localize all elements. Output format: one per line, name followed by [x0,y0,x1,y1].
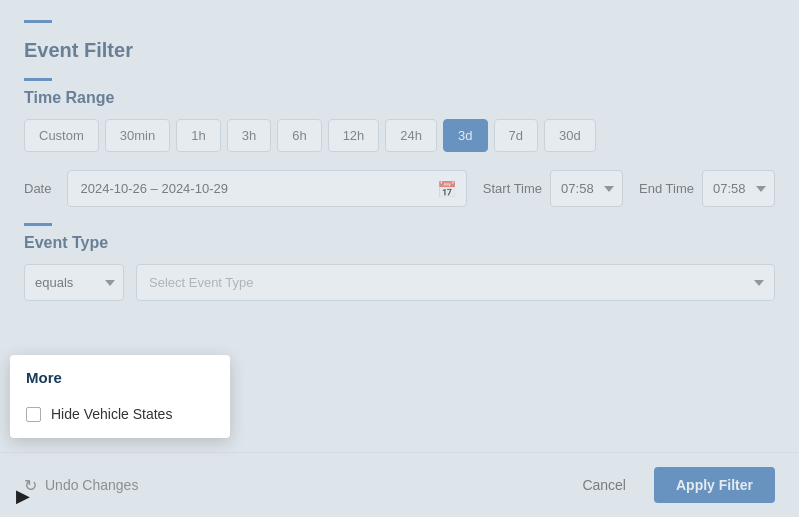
more-popup-item: Hide Vehicle States [10,396,230,438]
overlay [0,0,799,517]
hide-vehicle-states-checkbox[interactable] [26,407,41,422]
more-popup: More Hide Vehicle States [10,355,230,438]
hide-vehicle-states-label: Hide Vehicle States [51,406,172,422]
more-popup-title: More [10,355,230,396]
